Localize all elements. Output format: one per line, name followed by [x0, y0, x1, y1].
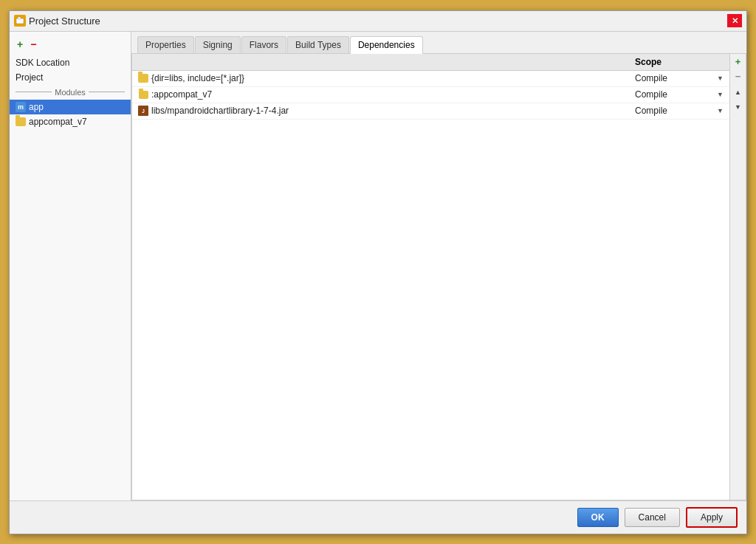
sidebar-item-label: Project [16, 72, 43, 83]
dep-list: {dir=libs, include=[*.jar]} Compile ▼ [132, 71, 729, 500]
scope-dropdown-arrow[interactable]: ▼ [717, 91, 724, 98]
scope-dropdown-arrow[interactable]: ▼ [717, 75, 724, 82]
tabs-bar: Properties Signing Flavors Build Types D… [131, 32, 746, 54]
sidebar-toolbar: + − [10, 38, 131, 55]
tab-dependencies[interactable]: Dependencies [350, 36, 423, 53]
module-icon: m [16, 102, 26, 112]
dep-row-name: {dir=libs, include=[*.jar]} [138, 73, 635, 83]
apply-button[interactable]: Apply [686, 507, 738, 528]
app-icon [14, 15, 26, 27]
window-title: Project Structure [29, 16, 100, 27]
move-up-button[interactable] [732, 85, 745, 98]
title-bar: Project Structure ✕ [10, 11, 746, 32]
sidebar-item-appcompat-v7[interactable]: appcompat_v7 [10, 114, 131, 129]
sidebar-remove-button[interactable]: − [29, 39, 38, 49]
bottom-bar: OK Cancel Apply [10, 500, 746, 534]
folder-icon [138, 74, 148, 83]
jar-icon: J [138, 106, 148, 116]
sidebar-item-project[interactable]: Project [10, 70, 131, 85]
ok-button[interactable]: OK [577, 508, 619, 527]
content-area: + − SDK Location Project Modules m app a… [10, 32, 746, 500]
folder-icon [16, 117, 26, 126]
tab-build-types[interactable]: Build Types [287, 36, 349, 53]
dep-row-name: J libs/mpandroidchartlibrary-1-7-4.jar [138, 106, 635, 116]
table-row[interactable]: J libs/mpandroidchartlibrary-1-7-4.jar C… [132, 103, 729, 120]
project-structure-window: Project Structure ✕ + − SDK Location Pro… [9, 10, 747, 534]
add-dep-button[interactable]: + [732, 55, 745, 69]
modules-section-label: Modules [10, 85, 131, 100]
tab-content-wrapper: Scope {dir=libs, include=[*.jar]} [132, 54, 746, 500]
dep-scope-text: Compile [635, 106, 715, 116]
dep-scope-text: Compile [635, 73, 715, 83]
remove-dep-button[interactable]: − [732, 70, 745, 83]
close-button[interactable]: ✕ [727, 14, 742, 27]
sidebar-item-app[interactable]: m app [10, 100, 131, 114]
module-icon [138, 89, 148, 100]
cancel-button[interactable]: Cancel [625, 508, 680, 527]
main-panel: Properties Signing Flavors Build Types D… [131, 32, 746, 500]
title-bar-left: Project Structure [14, 15, 100, 27]
arrow-down-icon [735, 100, 741, 111]
dep-header: Scope [132, 54, 729, 71]
sidebar: + − SDK Location Project Modules m app a… [10, 32, 131, 500]
table-row[interactable]: :appcompat_v7 Compile ▼ [132, 87, 729, 103]
side-actions: + − [729, 54, 746, 500]
scope-dropdown-arrow[interactable]: ▼ [717, 107, 724, 114]
dep-table: Scope {dir=libs, include=[*.jar]} [132, 54, 729, 500]
dep-name-text: :appcompat_v7 [151, 89, 212, 100]
arrow-up-icon [735, 86, 741, 97]
sidebar-item-label: SDK Location [16, 58, 69, 68]
move-down-button[interactable] [732, 100, 745, 113]
dep-name-text: libs/mpandroidchartlibrary-1-7-4.jar [151, 106, 289, 116]
dep-scope-cell: Compile ▼ [635, 73, 724, 83]
dep-name-text: {dir=libs, include=[*.jar]} [151, 73, 244, 83]
tab-flavors[interactable]: Flavors [241, 36, 286, 53]
dep-scope-cell: Compile ▼ [635, 106, 724, 116]
tab-content-dependencies: Scope {dir=libs, include=[*.jar]} [131, 54, 746, 500]
folder-icon [139, 91, 148, 99]
dep-row-name: :appcompat_v7 [138, 89, 635, 100]
tab-signing[interactable]: Signing [195, 36, 241, 53]
sidebar-add-button[interactable]: + [16, 39, 24, 49]
dep-scope-cell: Compile ▼ [635, 89, 724, 100]
dep-name-col-header [138, 57, 635, 67]
sidebar-item-sdk-location[interactable]: SDK Location [10, 55, 131, 70]
table-row[interactable]: {dir=libs, include=[*.jar]} Compile ▼ [132, 71, 729, 87]
dep-scope-text: Compile [635, 89, 715, 100]
svg-rect-1 [18, 17, 21, 19]
dep-scope-col-header: Scope [635, 57, 724, 67]
tab-properties[interactable]: Properties [137, 36, 194, 53]
sidebar-item-label: appcompat_v7 [29, 117, 87, 127]
sidebar-item-label: app [29, 102, 44, 112]
